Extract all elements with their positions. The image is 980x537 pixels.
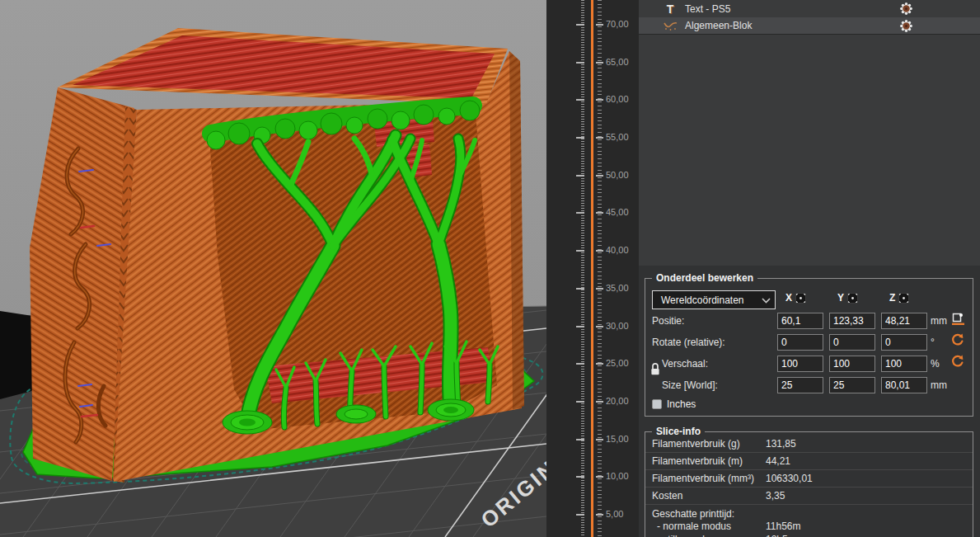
ruler-major-tick xyxy=(576,476,584,478)
sliced-model-preview: ORIGINAL xyxy=(0,0,546,537)
object-list-item[interactable]: T Text - PS5 xyxy=(639,0,980,17)
position-label: Positie: xyxy=(652,315,684,327)
axis-header-x: X xyxy=(785,292,806,304)
ruler-major-tick xyxy=(596,514,603,516)
scale-x-input[interactable] xyxy=(777,356,823,372)
ruler-major-tick xyxy=(596,137,603,139)
scale-z-input[interactable] xyxy=(881,356,927,372)
slice-info-row: Filamentverbruik (m)44,21 xyxy=(645,453,973,470)
position-z-input[interactable] xyxy=(881,313,927,329)
print-time-normal: - normale modus 11h56m xyxy=(652,520,973,533)
print-time-normal-value: 11h56m xyxy=(766,521,800,532)
ruler-major-tick xyxy=(576,439,584,440)
ruler-major-tick xyxy=(596,212,603,214)
ruler-label: 25,00 xyxy=(606,358,639,368)
ruler-major-tick xyxy=(576,24,584,26)
ruler-label: 15,00 xyxy=(606,434,639,444)
ruler-label: 60,00 xyxy=(606,94,639,104)
inches-checkbox[interactable] xyxy=(652,399,662,409)
coordinate-system-select[interactable]: Wereldcoördinaten xyxy=(652,290,776,309)
ruler-major-tick xyxy=(596,24,603,26)
object-label: Algemeen-Blok xyxy=(685,20,752,31)
size-label: Size [World]: xyxy=(662,379,718,391)
reset-rotation-icon[interactable] xyxy=(951,333,968,348)
uniform-scale-lock-icon[interactable] xyxy=(649,362,661,379)
ruler-major-tick xyxy=(576,288,584,290)
ruler-minor-ticks-right xyxy=(598,0,602,537)
ruler-major-tick xyxy=(596,62,603,64)
slicer-window: ORIGINAL xyxy=(0,0,980,537)
ruler-major-tick xyxy=(576,514,584,516)
groupbox-title: Onderdeel bewerken xyxy=(652,272,757,284)
rotate-label: Rotate (relative): xyxy=(652,337,725,348)
ruler-major-tick xyxy=(576,401,584,403)
object-settings-gear-icon[interactable] xyxy=(900,20,912,32)
object-label: Text - PS5 xyxy=(685,3,730,15)
chevron-down-icon xyxy=(762,294,771,306)
position-unit: mm xyxy=(931,315,947,327)
drop-to-bed-icon[interactable] xyxy=(951,312,968,327)
axis-select-icon[interactable] xyxy=(898,293,909,304)
rotate-y-input[interactable] xyxy=(829,334,875,351)
print-time-label: Geschatte printtijd: xyxy=(652,508,973,520)
slice-info-row: Filamentverbruik (g)131,85 xyxy=(645,436,973,453)
ruler-major-tick xyxy=(576,363,584,365)
ruler-major-tick xyxy=(596,250,603,252)
filament-m-value: 44,21 xyxy=(766,455,790,467)
ruler-major-tick xyxy=(576,62,584,64)
filament-mm3-value: 106330,01 xyxy=(766,473,813,484)
ruler-minor-ticks-left xyxy=(581,0,584,537)
object-list: T Text - PS5 xyxy=(639,0,980,266)
size-x-input[interactable] xyxy=(777,377,823,393)
ruler-label: 35,00 xyxy=(606,283,639,293)
ruler-major-tick xyxy=(596,476,603,478)
ruler-label: 45,00 xyxy=(606,207,639,217)
ruler-label: 50,00 xyxy=(606,170,639,180)
ruler-major-tick xyxy=(576,326,584,327)
reset-scale-icon[interactable] xyxy=(951,355,968,370)
mesh-icon xyxy=(662,21,678,31)
object-list-item[interactable]: Algemeen-Blok xyxy=(639,17,980,35)
axis-header-y: Y xyxy=(837,292,858,304)
slice-info-groupbox: Slice-info Filamentverbruik (g)131,85 Fi… xyxy=(645,431,973,537)
position-y-input[interactable] xyxy=(829,313,875,329)
ruler-major-tick xyxy=(576,137,584,139)
coordinate-system-value: Wereldcoördinaten xyxy=(661,294,744,306)
viewport-3d[interactable]: ORIGINAL xyxy=(0,0,546,537)
cost-value: 3,35 xyxy=(766,490,785,502)
inches-label: Inches xyxy=(667,398,696,410)
axis-select-icon[interactable] xyxy=(847,293,858,304)
object-settings-gear-icon[interactable] xyxy=(900,2,912,15)
ruler-major-tick xyxy=(576,175,584,177)
scale-unit: % xyxy=(931,358,940,370)
filament-g-value: 131,85 xyxy=(766,438,796,450)
ruler-major-tick xyxy=(596,175,603,177)
size-y-input[interactable] xyxy=(829,377,875,393)
ruler-major-tick xyxy=(596,439,603,440)
side-panel: T Text - PS5 xyxy=(639,0,980,537)
ruler-major-tick xyxy=(576,99,584,101)
layer-ruler: 70,0065,0060,0055,0050,0045,0040,0035,00… xyxy=(546,0,639,537)
rotate-z-input[interactable] xyxy=(881,334,927,351)
ruler-major-tick xyxy=(576,212,584,214)
groupbox-title: Slice-info xyxy=(652,426,705,437)
scale-label: Verschaal: xyxy=(662,358,708,370)
ruler-label: 40,00 xyxy=(606,245,639,255)
ruler-label: 30,00 xyxy=(606,321,639,331)
ruler-major-tick xyxy=(596,288,603,290)
ruler-label: 10,00 xyxy=(606,471,639,481)
rotate-x-input[interactable] xyxy=(777,334,823,351)
print-time-silent: - stille modus 12h5m xyxy=(652,533,973,537)
print-time-silent-value: 12h5m xyxy=(766,534,796,537)
layer-slider[interactable] xyxy=(591,0,593,537)
axis-select-icon[interactable] xyxy=(795,293,806,304)
ruler-major-tick xyxy=(596,363,603,365)
ruler-label: 55,00 xyxy=(606,132,639,142)
position-x-input[interactable] xyxy=(777,313,823,329)
inches-checkbox-row[interactable]: Inches xyxy=(652,398,696,410)
scale-y-input[interactable] xyxy=(829,356,875,372)
size-z-input[interactable] xyxy=(881,377,927,393)
ruler-label: 70,00 xyxy=(606,19,639,29)
ruler-label: 20,00 xyxy=(606,396,639,406)
edit-part-groupbox: Onderdeel bewerken Wereldcoördinaten X Y… xyxy=(645,278,973,417)
